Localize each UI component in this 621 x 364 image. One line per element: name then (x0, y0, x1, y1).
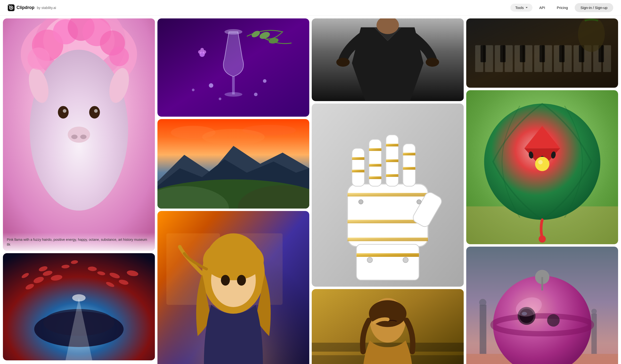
image-robot-hand (312, 103, 464, 287)
image-mountains (157, 119, 310, 209)
svg-rect-133 (520, 45, 525, 62)
gallery-item-sphere-robot[interactable] (466, 247, 618, 364)
image-fish (3, 253, 155, 360)
svg-rect-132 (500, 45, 505, 62)
caption-text-llama: Pink llama with a fuzzy hairdo, positive… (7, 237, 151, 247)
image-anime-girl (157, 211, 310, 364)
svg-rect-47 (232, 77, 235, 95)
gallery-item-purple[interactable] (157, 18, 310, 117)
svg-rect-92 (369, 148, 381, 151)
svg-point-11 (89, 106, 100, 119)
svg-rect-94 (369, 176, 381, 179)
svg-point-13 (94, 109, 98, 113)
svg-rect-100 (403, 153, 415, 155)
svg-point-145 (535, 157, 549, 171)
svg-point-159 (547, 314, 560, 327)
svg-rect-152 (591, 314, 597, 354)
svg-point-14 (68, 127, 90, 143)
image-gold-woman (312, 289, 464, 364)
navbar: Clipdrop by stability.ai Tools API Prici… (0, 0, 621, 16)
svg-rect-97 (386, 159, 398, 162)
signin-button[interactable]: Sign-in / Sign-up (575, 3, 613, 12)
pricing-button[interactable]: Pricing (552, 4, 573, 12)
svg-point-53 (254, 93, 258, 96)
image-watermelon (466, 90, 618, 245)
svg-rect-85 (347, 193, 428, 197)
image-purple-glass (157, 18, 310, 117)
chevron-down-icon (526, 7, 528, 8)
svg-point-76 (203, 240, 264, 280)
svg-point-153 (591, 309, 597, 314)
svg-rect-96 (386, 144, 398, 147)
svg-rect-120 (505, 45, 513, 72)
svg-point-2 (10, 7, 12, 8)
svg-rect-135 (559, 45, 565, 62)
svg-point-52 (209, 83, 213, 87)
svg-point-80 (336, 58, 349, 67)
svg-point-55 (263, 79, 266, 83)
brand-name: Clipdrop (17, 5, 34, 10)
svg-point-24 (27, 48, 50, 70)
gallery-item-mountains[interactable] (157, 119, 310, 209)
gallery-item-llama[interactable]: Pink llama with a fuzzy hairdo, positive… (3, 18, 155, 251)
image-llama (3, 18, 155, 251)
gallery-item-robot-hand[interactable] (312, 103, 464, 287)
svg-rect-87 (347, 238, 428, 241)
svg-rect-161 (541, 277, 543, 291)
svg-point-60 (200, 48, 204, 52)
svg-point-12 (63, 109, 67, 113)
svg-point-48 (224, 92, 242, 97)
svg-rect-90 (352, 170, 365, 172)
svg-point-107 (367, 257, 372, 263)
svg-rect-91 (369, 139, 381, 186)
svg-rect-103 (356, 244, 419, 280)
brand-sub: by stability.ai (37, 6, 56, 10)
svg-rect-150 (480, 305, 486, 354)
svg-point-78 (237, 275, 246, 285)
svg-point-16 (80, 134, 86, 139)
svg-rect-134 (539, 45, 545, 62)
svg-rect-104 (356, 253, 419, 257)
svg-rect-126 (564, 45, 571, 72)
brand-logo[interactable]: Clipdrop by stability.ai (8, 4, 56, 11)
svg-rect-89 (352, 157, 365, 160)
svg-point-30 (72, 294, 86, 301)
svg-point-151 (479, 299, 486, 306)
svg-point-56 (192, 88, 194, 91)
caption-overlay-llama: Pink llama with a fuzzy hairdo, positive… (3, 232, 155, 251)
gallery-item-gold-woman[interactable] (312, 289, 464, 364)
svg-rect-118 (485, 45, 493, 72)
svg-rect-101 (403, 167, 415, 170)
api-button[interactable]: API (535, 4, 550, 12)
svg-point-25 (109, 47, 129, 66)
gallery-item-biker[interactable] (312, 18, 464, 101)
image-biker (312, 18, 464, 101)
svg-rect-98 (386, 174, 398, 177)
svg-rect-131 (480, 45, 486, 62)
gallery-item-watermelon[interactable] (466, 90, 618, 245)
svg-rect-122 (524, 45, 532, 72)
clipdrop-logo-icon (8, 4, 15, 11)
svg-rect-130 (603, 45, 611, 72)
svg-point-105 (359, 199, 363, 204)
svg-point-46 (224, 29, 242, 34)
navbar-actions: Tools API Pricing Sign-in / Sign-up (510, 3, 613, 12)
gallery-item-piano[interactable] (466, 18, 618, 88)
svg-point-81 (426, 58, 439, 67)
image-piano (466, 18, 618, 88)
gallery: Pink llama with a fuzzy hairdo, positive… (0, 16, 621, 364)
svg-rect-93 (369, 164, 381, 166)
tools-button[interactable]: Tools (510, 4, 533, 12)
svg-rect-124 (544, 45, 552, 72)
svg-point-106 (417, 199, 421, 204)
svg-point-15 (71, 134, 78, 139)
gallery-item-anime[interactable] (157, 211, 310, 364)
svg-point-146 (538, 160, 542, 164)
svg-point-69 (202, 129, 265, 145)
svg-point-77 (221, 275, 230, 285)
gallery-item-fish[interactable] (3, 253, 155, 360)
svg-point-108 (403, 257, 408, 263)
svg-rect-99 (403, 144, 415, 186)
svg-rect-88 (352, 148, 365, 186)
image-sphere-robot (466, 247, 618, 364)
